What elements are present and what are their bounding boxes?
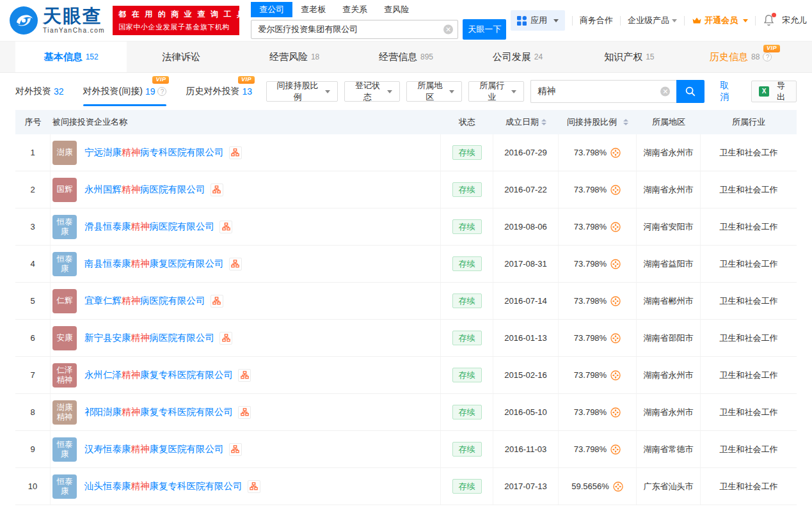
equity-penetration-icon[interactable] (610, 259, 621, 269)
equity-penetration-icon[interactable] (613, 482, 623, 492)
equity-penetration-icon[interactable] (610, 185, 621, 195)
help-icon[interactable]: ? (157, 87, 166, 96)
row-ratio-cell: 73.798% (559, 171, 637, 208)
sort-icon[interactable] (623, 119, 628, 125)
username[interactable]: 宋允儿 (782, 15, 807, 26)
tab-count: 24 (534, 52, 543, 61)
company-name-link[interactable]: 宁远澍康精神病专科医院有限公司 (84, 146, 224, 159)
col-date-sortable[interactable]: 成立日期 (493, 116, 559, 128)
cancel-filter-link[interactable]: 取消 (720, 80, 737, 103)
company-name-link[interactable]: 祁阳澍康精神康复专科医院有限公司 (84, 406, 233, 418)
sub-tab[interactable]: 对外投资 32 (15, 73, 64, 110)
equity-penetration-icon[interactable] (610, 333, 621, 343)
company-avatar[interactable]: 澍康精神 (52, 400, 77, 425)
sub-tab[interactable]: 对外投资(间接) 19 VIP ? (83, 73, 167, 110)
clear-search-icon[interactable]: ✕ (443, 24, 453, 34)
company-name-link[interactable]: 汕头恒泰康精神康复专科医院有限公司 (84, 480, 243, 492)
keyword-filter-input[interactable] (530, 80, 676, 103)
clear-keyword-icon[interactable]: ✕ (660, 87, 670, 97)
nav-enterprise-products[interactable]: 企业级产品 (628, 15, 677, 26)
equity-penetration-icon[interactable] (610, 407, 621, 418)
slogan-banner: 都 在 用 的 商 业 查 询 工 具 国家中小企业发展子基金旗下机构 (113, 6, 239, 35)
main-tab[interactable]: 基本信息 152 (15, 42, 127, 72)
sort-icon[interactable] (541, 119, 546, 125)
company-name-link[interactable]: 滑县恒泰康精神病医院有限公司 (84, 221, 214, 233)
col-ratio-sortable[interactable]: 间接持股比例 (559, 116, 637, 128)
company-avatar[interactable]: 恒泰康 (52, 215, 77, 239)
established-date: 2017-08-31 (493, 246, 559, 282)
help-icon[interactable]: ? (763, 52, 772, 61)
org-chart-icon[interactable] (219, 221, 232, 233)
tianyancha-logo[interactable]: 天眼查 TianYanCha.com (9, 6, 105, 35)
company-name-link[interactable]: 永州国辉精神病医院有限公司 (84, 184, 205, 196)
search-category-tab[interactable]: 查风险 (376, 2, 417, 17)
company-avatar[interactable]: 安康 (52, 326, 77, 350)
filter-dropdown[interactable]: 所属地区 (406, 81, 462, 102)
company-name-link[interactable]: 汉寿恒泰康精神康复医院有限公司 (84, 443, 224, 455)
search-category-tab[interactable]: 查关系 (334, 2, 376, 17)
equity-penetration-icon[interactable] (610, 370, 621, 380)
main-tab[interactable]: 公司发展 24 (462, 42, 573, 72)
subtab-label: 对外投资 (15, 86, 51, 97)
row-company-cell: 仁辉 宜章仁辉精神病医院有限公司 (51, 283, 441, 319)
company-search-input[interactable] (251, 20, 458, 39)
company-avatar[interactable]: 恒泰康 (52, 252, 77, 276)
region: 湖南省邵阳市 (637, 320, 701, 356)
company-name-link[interactable]: 新宁县安康精神病医院有限公司 (84, 332, 214, 344)
apps-menu[interactable]: 应用 (511, 10, 565, 31)
org-chart-icon[interactable] (229, 258, 242, 270)
equity-penetration-icon[interactable] (610, 148, 621, 158)
filter-dropdown[interactable]: 间接持股比例 (266, 81, 338, 102)
search-category-tab[interactable]: 查老板 (292, 2, 334, 17)
row-ratio-cell: 73.798% (559, 357, 637, 393)
notification-bell-icon[interactable] (763, 14, 775, 27)
main-tab[interactable]: 历史信息 88 VIP ? (685, 42, 797, 72)
main-tab[interactable]: 经营信息 895 (350, 42, 461, 72)
org-chart-icon[interactable] (229, 443, 242, 456)
col-seq: 序号 (15, 116, 51, 128)
company-avatar[interactable]: 恒泰康 (52, 474, 77, 499)
main-tab[interactable]: 法律诉讼 (127, 42, 238, 72)
table-row: 2 国辉 永州国辉精神病医院有限公司 存续 2016-07-22 (15, 171, 797, 208)
org-chart-icon[interactable] (229, 146, 242, 159)
subtab-count: 13 (242, 86, 252, 97)
company-name-link[interactable]: 宜章仁辉精神病医院有限公司 (84, 295, 205, 307)
org-chart-icon[interactable] (211, 295, 223, 308)
row-status-cell: 存续 (441, 357, 493, 393)
sub-tab[interactable]: 历史对外投资 13 VIP (186, 73, 252, 110)
export-button[interactable]: X 导出 (751, 81, 797, 102)
equity-penetration-icon[interactable] (610, 444, 621, 455)
highlighted-keyword: 精神 (131, 481, 150, 491)
company-name-link[interactable]: 永州仁泽精神康复专科医院有限公司 (84, 369, 233, 381)
open-vip-button[interactable]: 开通会员 (692, 15, 748, 26)
company-avatar[interactable]: 仁辉 (52, 289, 77, 313)
row-company-cell: 澍康 宁远澍康精神病专科医院有限公司 (51, 134, 441, 171)
org-chart-icon[interactable] (211, 184, 223, 196)
org-chart-icon[interactable] (238, 406, 251, 419)
org-chart-icon[interactable] (219, 332, 232, 345)
org-chart-icon[interactable] (238, 369, 251, 382)
company-avatar[interactable]: 仁泽精神 (52, 363, 77, 388)
table-row: 1 澍康 宁远澍康精神病专科医院有限公司 存续 2016-07-29 (15, 134, 797, 171)
company-name-link[interactable]: 南县恒泰康精神康复医院有限公司 (84, 258, 224, 270)
main-tab[interactable]: 经营风险 18 (239, 42, 350, 72)
filter-dropdown[interactable]: 所属行业 (468, 81, 524, 102)
company-avatar[interactable]: 国辉 (52, 178, 77, 202)
org-chart-icon[interactable] (248, 480, 260, 493)
equity-penetration-icon[interactable] (610, 296, 621, 306)
equity-penetration-icon[interactable] (610, 222, 621, 232)
company-avatar[interactable]: 恒泰康 (52, 437, 77, 462)
search-submit-button[interactable]: 天眼一下 (463, 19, 506, 40)
industry: 卫生和社会工作 (701, 283, 797, 319)
main-tab[interactable]: 知识产权 15 (573, 42, 685, 72)
established-date: 2016-05-10 (493, 394, 559, 430)
header-search: 查公司查老板查关系查风险 ✕ 天眼一下 (251, 2, 506, 40)
nav-business-cooperation[interactable]: 商务合作 (580, 15, 613, 26)
keyword-search-button[interactable] (676, 80, 705, 103)
row-seq: 5 (15, 283, 51, 319)
row-seq: 8 (15, 394, 51, 430)
filter-dropdown[interactable]: 登记状态 (344, 81, 400, 102)
company-avatar[interactable]: 澍康 (52, 141, 77, 165)
ratio-value: 73.798% (574, 370, 607, 380)
search-category-tab[interactable]: 查公司 (251, 2, 292, 17)
